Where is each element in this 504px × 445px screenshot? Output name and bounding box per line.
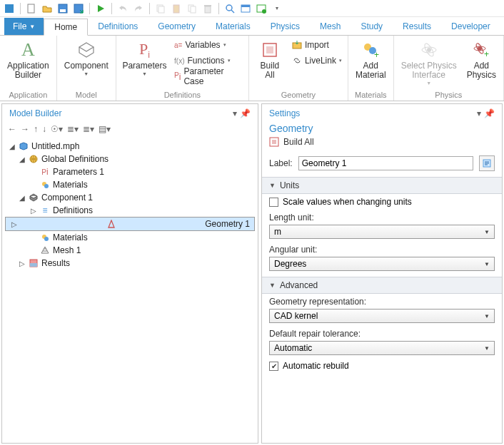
livelink-button[interactable]: LiveLink ▾ bbox=[289, 53, 345, 68]
pin-icon[interactable]: 📌 bbox=[240, 108, 251, 118]
parameters-label: Parameters bbox=[122, 61, 166, 71]
section-units-header[interactable]: ▼ Units bbox=[262, 177, 502, 194]
tab-results[interactable]: Results bbox=[393, 18, 441, 35]
functions-label: Functions bbox=[187, 56, 224, 66]
variables-icon: a= bbox=[174, 41, 182, 49]
length-unit-select[interactable]: m ▼ bbox=[269, 225, 495, 239]
tab-home[interactable]: Home bbox=[44, 19, 88, 36]
geometry-representation-select[interactable]: CAD kernel ▼ bbox=[269, 309, 495, 323]
forward-icon[interactable]: → bbox=[21, 124, 29, 134]
tree-root[interactable]: ◢Untitled.mph bbox=[5, 140, 255, 153]
tree-comp-materials[interactable]: Materials bbox=[5, 231, 255, 244]
application-builder-button[interactable]: A Application Builder bbox=[3, 37, 54, 81]
model-builder-title: Model Builder bbox=[9, 108, 61, 118]
tree-mesh-1[interactable]: Mesh 1 bbox=[5, 244, 255, 257]
build-all-icon[interactable] bbox=[269, 137, 279, 147]
tree-geometry-1[interactable]: ▷Geometry 1 bbox=[5, 217, 255, 231]
search-icon[interactable] bbox=[223, 2, 236, 15]
tab-physics[interactable]: Physics bbox=[261, 18, 310, 35]
tab-developer[interactable]: Developer bbox=[441, 18, 500, 35]
automatic-rebuild-checkbox-row[interactable]: ✔ Automatic rebuild bbox=[262, 358, 502, 374]
panel-menu-icon[interactable]: ▾ bbox=[233, 108, 237, 118]
group-definitions-label: Definitions bbox=[119, 89, 246, 101]
build-all-label: Build All bbox=[261, 61, 280, 80]
build-all-text[interactable]: Build All bbox=[283, 137, 314, 147]
parameter-case-button[interactable]: Pi Parameter Case bbox=[171, 68, 246, 84]
svg-rect-3 bbox=[60, 9, 66, 12]
down-icon[interactable]: ↓ bbox=[42, 124, 46, 134]
tab-mesh[interactable]: Mesh bbox=[310, 18, 351, 35]
tree-global-definitions[interactable]: ◢Global Definitions bbox=[5, 153, 255, 165]
svg-rect-1 bbox=[28, 4, 34, 13]
variables-button[interactable]: a= Variables ▾ bbox=[171, 37, 246, 53]
panel-menu-icon[interactable]: ▾ bbox=[477, 108, 481, 118]
file-menu-button[interactable]: File ▼ bbox=[4, 18, 44, 35]
default-repair-tolerance-select[interactable]: Automatic ▼ bbox=[269, 341, 495, 355]
add-material-label: Add Material bbox=[356, 61, 386, 80]
label-input[interactable] bbox=[298, 156, 473, 170]
reset-layout-icon[interactable] bbox=[255, 2, 268, 15]
scale-values-checkbox-row[interactable]: Scale values when changing units bbox=[262, 194, 502, 210]
letter-a-icon: A bbox=[21, 39, 35, 61]
select-physics-button[interactable]: Select Physics Interface ▼ bbox=[397, 37, 461, 87]
tree-results[interactable]: ▷Results bbox=[5, 257, 255, 270]
section-advanced-header[interactable]: ▼ Advanced bbox=[262, 277, 502, 294]
import-button[interactable]: Import bbox=[289, 37, 345, 53]
qat-dropdown-icon[interactable]: ▾ bbox=[271, 2, 283, 15]
tab-study[interactable]: Study bbox=[351, 18, 393, 35]
undo-icon[interactable] bbox=[116, 2, 129, 15]
svg-rect-11 bbox=[204, 5, 211, 6]
model-icon bbox=[19, 141, 29, 151]
checkbox-checked-icon[interactable]: ✔ bbox=[269, 362, 278, 371]
mesh-icon bbox=[40, 245, 50, 255]
settings-subtitle: Geometry bbox=[262, 123, 502, 137]
tab-materials[interactable]: Materials bbox=[206, 18, 261, 35]
label-label: Label: bbox=[269, 158, 293, 168]
chevron-down-icon: ▼ bbox=[269, 182, 276, 189]
goto-node-button[interactable] bbox=[479, 155, 495, 171]
save-icon[interactable] bbox=[56, 2, 69, 15]
checkbox-unchecked-icon[interactable] bbox=[269, 198, 278, 207]
ribbon-tab-row: File ▼ Home Definitions Geometry Materia… bbox=[0, 17, 504, 36]
svg-point-12 bbox=[226, 5, 232, 11]
up-icon[interactable]: ↑ bbox=[34, 124, 38, 134]
filter-icon[interactable]: ▤▾ bbox=[99, 124, 111, 134]
expand-icon[interactable]: ≣▾ bbox=[83, 124, 94, 134]
scale-values-label: Scale values when changing units bbox=[283, 197, 412, 207]
geometry-icon bbox=[106, 219, 116, 229]
pi-icon: Pi bbox=[139, 40, 150, 60]
group-materials-label: Materials bbox=[351, 89, 390, 101]
paste-icon[interactable] bbox=[170, 2, 183, 15]
build-all-button[interactable]: Build All bbox=[252, 37, 288, 81]
new-icon[interactable] bbox=[25, 2, 38, 15]
save-as-icon[interactable] bbox=[72, 2, 85, 15]
window-icon[interactable] bbox=[239, 2, 252, 15]
parameters-button[interactable]: Pi Parameters ▼ bbox=[119, 37, 170, 78]
add-material-button[interactable]: + Add Material bbox=[351, 37, 390, 81]
tree-global-materials[interactable]: Materials bbox=[5, 178, 255, 191]
back-icon[interactable]: ← bbox=[8, 124, 16, 134]
tree-parameters-1[interactable]: PiParameters 1 bbox=[5, 165, 255, 178]
copy-icon[interactable] bbox=[154, 2, 167, 15]
redo-icon[interactable] bbox=[132, 2, 145, 15]
ribbon: A Application Builder Application Compon… bbox=[0, 36, 504, 101]
add-physics-button[interactable]: + Add Physics bbox=[463, 37, 500, 81]
materials-icon bbox=[40, 232, 50, 242]
svg-rect-9 bbox=[191, 6, 196, 13]
delete-icon[interactable] bbox=[201, 2, 214, 15]
show-icon[interactable]: ☉▾ bbox=[51, 124, 63, 134]
open-icon[interactable] bbox=[41, 2, 54, 15]
chevron-down-icon: ▼ bbox=[426, 81, 431, 86]
collapse-icon[interactable]: ≣▾ bbox=[67, 124, 79, 134]
group-physics-label: Physics bbox=[397, 89, 500, 101]
duplicate-icon[interactable] bbox=[186, 2, 198, 15]
component-button[interactable]: Component ▼ bbox=[60, 37, 113, 78]
tree-definitions[interactable]: ▷≡Definitions bbox=[5, 204, 255, 217]
tab-definitions[interactable]: Definitions bbox=[88, 18, 148, 35]
settings-title: Settings bbox=[269, 108, 300, 118]
tree-component-1[interactable]: ◢Component 1 bbox=[5, 191, 255, 204]
pin-icon[interactable]: 📌 bbox=[484, 108, 495, 118]
tab-geometry[interactable]: Geometry bbox=[148, 18, 206, 35]
run-icon[interactable] bbox=[94, 2, 107, 15]
angular-unit-select[interactable]: Degrees ▼ bbox=[269, 257, 495, 271]
